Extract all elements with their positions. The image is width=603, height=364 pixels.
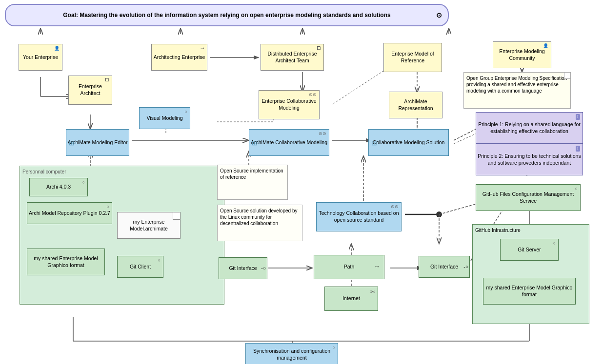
- collab-solution-label: Collaborative Modeling Solution: [373, 139, 445, 146]
- git-interface-left-node: Git Interface -○: [219, 257, 267, 279]
- git-interface-right-node: Git Interface -○: [419, 256, 470, 278]
- archimate-collab-label: ArchiMate Collaborative Modeling: [251, 139, 327, 146]
- principle1-node: Principle 1: Relying on a shared languag…: [476, 112, 583, 144]
- architecting-label: Architecting Enterprise: [154, 54, 205, 61]
- git-server-label: Git Server: [518, 247, 541, 253]
- enterprise-architect-node: Enterprise Architect ⧠: [68, 76, 112, 105]
- my-shared-graphico-right-label: my shared Enterprise Model Graphico form…: [483, 285, 575, 298]
- my-shared-graphico-label: my shared Enterprise Model Graphico form…: [27, 255, 104, 268]
- my-shared-graphico-node: my shared Enterprise Model Graphico form…: [27, 249, 105, 275]
- my-enterprise-model-label: my Enterprise Model.archimate: [118, 219, 180, 232]
- enterprise-collab-label: Enterprise Collaborative Modeling: [259, 98, 319, 111]
- archimate-rep-label: ArchiMate Representation: [389, 98, 442, 112]
- tech-collab-label: Technology Collaboration based on open s…: [317, 210, 401, 223]
- archi-label: Archi 4.0.3: [46, 184, 71, 191]
- your-enterprise-label: Your Enterprise: [23, 54, 58, 61]
- enterprise-model-ref-node: Enteprise Model of Reference: [383, 43, 442, 72]
- archimate-collab-node: ArchiMate Collaborative Modeling ⊞ ⊙⊙: [249, 129, 329, 156]
- open-source-linux-text: Open Source solution developed by the Li…: [220, 208, 297, 226]
- open-source-linux-note: Open Source solution developed by the Li…: [217, 205, 302, 241]
- git-server-node: Git Server ○: [500, 239, 559, 261]
- distributed-team-node: Distributed Enterprise Architect Team ⧠: [261, 44, 324, 71]
- internet-label: Internet: [342, 295, 360, 302]
- archi-plugin-label: Archi Model Repository Plugin 0.2.7: [29, 210, 110, 217]
- goal-box: Goal: Mastering the evolution of the inf…: [5, 4, 449, 26]
- collab-solution-node: Collaborative Modeling Solution ⊞: [368, 129, 449, 156]
- enterprise-modeling-community-node: Enterprise Modeling Community 👤: [493, 41, 551, 68]
- principle2-label: Principle 2: Ensuring to be technical so…: [476, 153, 583, 166]
- archi-node: Archi 4.0.3 ○: [29, 178, 88, 196]
- enterprise-modeling-community-label: Enterprise Modeling Community: [493, 48, 551, 61]
- open-source-ref-text: Open Source implementation of reference: [220, 168, 283, 180]
- enterprise-collab-node: Enterprise Collaborative Modeling ⊙⊙: [259, 90, 320, 119]
- git-interface-right-label: Git Interface: [430, 264, 458, 270]
- diagram-container: Goal: Mastering the evolution of the inf…: [0, 0, 603, 364]
- github-config-label: GitHub Files Configuration Management Se…: [476, 191, 580, 204]
- archimate-editor-label: ArchiMate Modeling Editor: [67, 139, 127, 146]
- open-group-note: Open Group Enterprise Modeling Specifica…: [463, 72, 571, 109]
- personal-computer-label: Personnal computer: [22, 169, 66, 175]
- sync-label: Synchronisation and configuration manage…: [246, 348, 338, 361]
- archimate-editor-node: ArchiMate Modeling Editor ⊞: [66, 129, 129, 156]
- git-client-node: Git Client ○: [117, 256, 163, 278]
- github-config-node: GitHub Files Configuration Management Se…: [476, 184, 581, 211]
- svg-point-29: [436, 211, 442, 217]
- open-source-ref-note: Open Source implementation of reference: [217, 165, 288, 200]
- principle1-label: Principle 1: Relying on a shared languag…: [476, 121, 583, 134]
- archimate-rep-node: ArchiMate Representation: [389, 92, 442, 118]
- archi-plugin-node: Archi Model Repository Plugin 0.2.7 ○: [27, 202, 112, 224]
- my-enterprise-model-node: my Enterprise Model.archimate: [117, 212, 181, 239]
- git-interface-left-label: Git Interface: [229, 265, 257, 272]
- distributed-team-label: Distributed Enterprise Architect Team: [261, 51, 323, 64]
- open-group-text: Open Group Enterprise Modeling Specifica…: [466, 76, 567, 94]
- principle2-node: Principle 2: Ensuring to be technical so…: [476, 144, 583, 175]
- goal-text: Goal: Mastering the evolution of the inf…: [63, 12, 390, 19]
- github-infra-label: GitHub Infrastructure: [475, 227, 521, 233]
- path-label: Path: [344, 264, 355, 270]
- path-node: Path ↔: [314, 255, 384, 279]
- visual-modeling-node: Visual Modeling ○: [139, 107, 190, 129]
- your-enterprise-node: Your Enterprise 👤: [19, 44, 62, 71]
- internet-node: Internet ✂: [324, 287, 378, 311]
- visual-modeling-label: Visual Modeling: [147, 115, 183, 122]
- git-client-label: Git Client: [130, 264, 151, 270]
- tech-collab-node: Technology Collaboration based on open s…: [316, 202, 402, 231]
- enterprise-architect-label: Enterprise Architect: [69, 83, 112, 96]
- my-shared-graphico-right-node: my shared Enterprise Model Graphico form…: [483, 278, 576, 305]
- architecting-node: Architecting Enterprise ⇒: [151, 44, 207, 71]
- sync-node: Synchronisation and configuration manage…: [245, 343, 338, 364]
- enterprise-model-ref-label: Enteprise Model of Reference: [384, 51, 442, 64]
